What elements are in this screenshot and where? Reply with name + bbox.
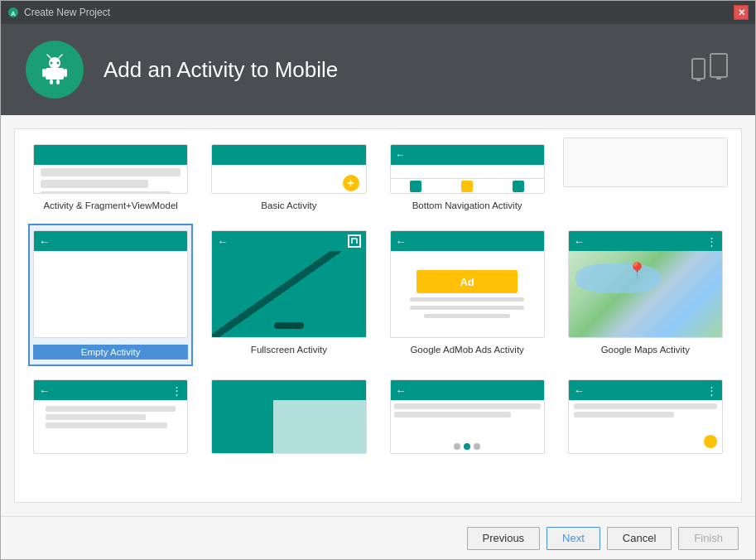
empty-slot-top (563, 138, 728, 217)
admob-activity-mock: ← Ad (390, 230, 545, 338)
activity-label-bottom-navigation-activity: Bottom Navigation Activity (412, 200, 522, 210)
finish-button[interactable]: Finish (678, 527, 739, 550)
previous-button[interactable]: Previous (467, 527, 541, 550)
activity-item-basic-activity[interactable]: + Basic Activity (206, 138, 371, 217)
activity-item-google-admob-ads-activity[interactable]: ← Ad Google AdMob Ads Activity (385, 224, 550, 366)
activity-item-bottom-2[interactable] (206, 373, 371, 461)
app-icon: A (7, 7, 19, 18)
device-icon (687, 47, 730, 93)
svg-point-8 (51, 62, 53, 65)
bottom-mock-3: ← (390, 379, 545, 454)
activity-grid: Activity & Fragment+ViewModel + Basic Ac… (28, 138, 728, 461)
activity-label-google-admob-ads-activity: Google AdMob Ads Activity (410, 345, 523, 355)
activity-item-activity-fragment-viewmodel[interactable]: Activity & Fragment+ViewModel (28, 138, 193, 217)
activity-label-empty-activity: Empty Activity (33, 345, 188, 360)
close-button[interactable]: ✕ (734, 5, 749, 20)
svg-rect-5 (64, 69, 67, 77)
svg-rect-15 (696, 80, 701, 81)
activity-item-bottom-1[interactable]: ← ⋮ (28, 373, 193, 461)
empty-activity-mock: ← (33, 230, 188, 338)
header: Add an Activity to Mobile (1, 24, 755, 115)
activity-fragment-viewmodel-mock (33, 144, 188, 194)
bottom-mock-1: ← ⋮ (33, 379, 188, 454)
activity-item-bottom-navigation-activity[interactable]: ← Bottom Navigation Activity (385, 138, 550, 217)
activity-item-bottom-3[interactable]: ← (385, 373, 550, 461)
activity-grid-container[interactable]: Activity & Fragment+ViewModel + Basic Ac… (14, 128, 742, 503)
cancel-button[interactable]: Cancel (607, 527, 672, 550)
activity-item-fullscreen-activity[interactable]: ← Fullscreen (206, 224, 371, 366)
activity-item-bottom-4[interactable]: ← ⋮ (563, 373, 728, 461)
android-logo (26, 41, 84, 99)
activity-item-google-maps-activity[interactable]: ← ⋮ 📍 Google Maps Activity (563, 224, 728, 366)
svg-rect-4 (42, 69, 46, 77)
svg-rect-6 (50, 80, 53, 84)
svg-rect-7 (56, 80, 60, 84)
header-title: Add an Activity to Mobile (104, 57, 667, 83)
bottom-navigation-mock-top: ← (390, 144, 545, 194)
title-bar: A Create New Project ✕ (1, 1, 755, 24)
window-title: Create New Project (24, 7, 110, 18)
main-window: A Create New Project ✕ (0, 0, 756, 560)
svg-rect-12 (710, 54, 727, 77)
svg-point-9 (57, 62, 60, 65)
google-maps-activity-mock: ← ⋮ 📍 (568, 230, 723, 338)
activity-label-fullscreen-activity: Fullscreen Activity (251, 345, 327, 355)
basic-activity-mock: + (211, 144, 366, 194)
bottom-mock-4: ← ⋮ (568, 379, 723, 454)
svg-text:A: A (11, 10, 16, 17)
activity-item-empty-activity[interactable]: ← Empty Activity (28, 224, 193, 366)
svg-rect-13 (716, 78, 721, 80)
svg-line-10 (47, 55, 51, 58)
title-bar-left: A Create New Project (7, 7, 110, 18)
activity-label-activity-fragment-viewmodel: Activity & Fragment+ViewModel (43, 200, 177, 210)
bottom-mock-2 (211, 379, 366, 454)
next-button[interactable]: Next (547, 527, 600, 550)
content-area: Activity & Fragment+ViewModel + Basic Ac… (1, 115, 755, 516)
activity-label-basic-activity: Basic Activity (261, 200, 316, 210)
activity-label-google-maps-activity: Google Maps Activity (601, 345, 690, 355)
svg-rect-3 (46, 68, 64, 80)
svg-line-11 (59, 55, 62, 58)
svg-rect-14 (692, 59, 705, 79)
footer: Previous Next Cancel Finish (1, 516, 755, 559)
fullscreen-activity-mock: ← (211, 230, 366, 338)
